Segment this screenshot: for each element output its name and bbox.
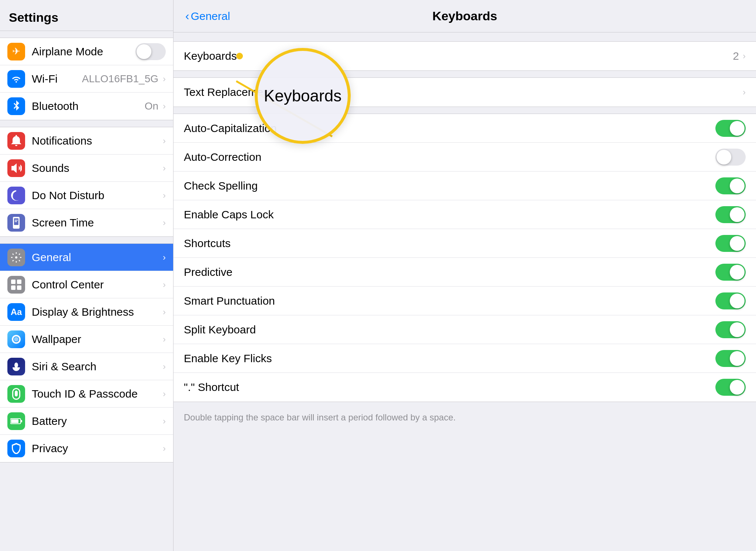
predictive-toggle[interactable] bbox=[715, 264, 746, 281]
main-header: ‹ General Keyboards bbox=[173, 0, 756, 32]
sidebar-item-display-brightness[interactable]: Aa Display & Brightness › bbox=[0, 298, 173, 326]
text-replacement-label: Text Replacement bbox=[184, 86, 743, 98]
sidebar-item-battery[interactable]: Battery › bbox=[0, 408, 173, 435]
auto-correction-row[interactable]: Auto-Correction bbox=[173, 143, 756, 171]
notifications-icon bbox=[7, 132, 25, 150]
enable-key-flicks-toggle[interactable] bbox=[715, 350, 746, 367]
toggle-settings-group: Auto-Capitalization Auto-Correction Chec… bbox=[173, 114, 756, 402]
back-chevron-icon: ‹ bbox=[185, 9, 189, 23]
sidebar-item-wifi[interactable]: Wi-Fi ALLO16FB1_5G › bbox=[0, 65, 173, 93]
svg-point-4 bbox=[15, 256, 17, 259]
split-keyboard-label: Split Keyboard bbox=[184, 323, 715, 336]
sidebar-item-label: Privacy bbox=[32, 442, 161, 455]
sidebar-item-label: Screen Time bbox=[32, 216, 161, 229]
shortcuts-row[interactable]: Shortcuts bbox=[173, 229, 756, 258]
sidebar-group-system: Notifications › Sounds › Do Not Disturb … bbox=[0, 127, 173, 237]
chevron-right-icon: › bbox=[743, 51, 746, 61]
enable-key-flicks-label: Enable Key Flicks bbox=[184, 352, 715, 365]
sidebar-item-label: General bbox=[32, 251, 161, 264]
sidebar-item-sounds[interactable]: Sounds › bbox=[0, 155, 173, 182]
check-spelling-row[interactable]: Check Spelling bbox=[173, 171, 756, 200]
check-spelling-label: Check Spelling bbox=[184, 180, 715, 192]
chevron-right-icon: › bbox=[163, 136, 166, 146]
svg-rect-5 bbox=[11, 280, 16, 284]
sidebar-item-control-center[interactable]: Control Center › bbox=[0, 271, 173, 298]
sidebar-item-wallpaper[interactable]: Wallpaper › bbox=[0, 326, 173, 353]
svg-rect-8 bbox=[17, 285, 21, 290]
dnd-icon bbox=[7, 187, 25, 204]
shortcuts-label: Shortcuts bbox=[184, 237, 715, 250]
sidebar-item-bluetooth[interactable]: Bluetooth On › bbox=[0, 93, 173, 120]
sidebar-item-label: Bluetooth bbox=[32, 100, 145, 112]
keyboards-count: 2 bbox=[733, 50, 739, 62]
chevron-right-icon: › bbox=[163, 190, 166, 201]
sidebar-item-label: Touch ID & Passcode bbox=[32, 388, 161, 400]
sidebar-item-siri[interactable]: Siri & Search › bbox=[0, 353, 173, 380]
chevron-right-icon: › bbox=[163, 307, 166, 317]
sidebar-item-label: Control Center bbox=[32, 278, 161, 291]
sidebar-group-general: General › Control Center › Aa Display & … bbox=[0, 243, 173, 462]
period-shortcut-toggle[interactable] bbox=[715, 379, 746, 396]
auto-capitalization-label: Auto-Capitalization bbox=[184, 122, 715, 135]
svg-rect-6 bbox=[17, 280, 21, 284]
svg-rect-7 bbox=[11, 285, 16, 290]
chevron-right-icon: › bbox=[743, 87, 746, 97]
period-shortcut-row[interactable]: "." Shortcut bbox=[173, 373, 756, 402]
sidebar-item-touch-id[interactable]: Touch ID & Passcode › bbox=[0, 380, 173, 408]
sidebar-item-label: Siri & Search bbox=[32, 360, 161, 373]
airplane-icon: ✈ bbox=[7, 43, 25, 60]
chevron-right-icon: › bbox=[163, 334, 166, 344]
predictive-row[interactable]: Predictive bbox=[173, 258, 756, 287]
general-icon bbox=[7, 249, 25, 266]
auto-correction-label: Auto-Correction bbox=[184, 151, 715, 163]
chevron-right-icon: › bbox=[163, 416, 166, 426]
text-replacement-row[interactable]: Text Replacement › bbox=[173, 78, 756, 107]
chevron-right-icon: › bbox=[163, 361, 166, 372]
enable-caps-lock-row[interactable]: Enable Caps Lock bbox=[173, 200, 756, 229]
svg-rect-11 bbox=[11, 419, 18, 423]
back-button[interactable]: ‹ General bbox=[185, 9, 230, 23]
sidebar-item-label: Wi-Fi bbox=[32, 73, 82, 85]
sidebar-item-notifications[interactable]: Notifications › bbox=[0, 127, 173, 155]
keyboards-row[interactable]: Keyboards 2 › bbox=[173, 42, 756, 70]
sidebar-item-airplane-mode[interactable]: ✈ Airplane Mode bbox=[0, 38, 173, 65]
sounds-icon bbox=[7, 159, 25, 177]
smart-punctuation-row[interactable]: Smart Punctuation bbox=[173, 287, 756, 315]
siri-icon bbox=[7, 358, 25, 375]
screen-time-icon bbox=[7, 214, 25, 232]
auto-capitalization-toggle[interactable] bbox=[715, 120, 746, 137]
sidebar-title: Settings bbox=[0, 0, 173, 31]
sidebar-item-dnd[interactable]: Do Not Disturb › bbox=[0, 182, 173, 209]
smart-punctuation-toggle[interactable] bbox=[715, 292, 746, 309]
sidebar-item-general[interactable]: General › bbox=[0, 244, 173, 271]
airplane-mode-toggle[interactable] bbox=[135, 43, 166, 60]
sidebar-item-label: Do Not Disturb bbox=[32, 189, 161, 202]
auto-capitalization-row[interactable]: Auto-Capitalization bbox=[173, 114, 756, 143]
enable-key-flicks-row[interactable]: Enable Key Flicks bbox=[173, 344, 756, 373]
chevron-right-icon: › bbox=[163, 218, 166, 228]
chevron-right-icon: › bbox=[163, 280, 166, 290]
sidebar-item-privacy[interactable]: Privacy › bbox=[0, 435, 173, 462]
split-keyboard-row[interactable]: Split Keyboard bbox=[173, 315, 756, 344]
touch-id-icon bbox=[7, 385, 25, 403]
chevron-right-icon: › bbox=[163, 389, 166, 399]
privacy-icon bbox=[7, 440, 25, 457]
chevron-right-icon: › bbox=[163, 443, 166, 454]
auto-correction-toggle[interactable] bbox=[715, 149, 746, 166]
chevron-right-icon: › bbox=[163, 163, 166, 173]
chevron-right-icon: › bbox=[163, 101, 166, 111]
predictive-label: Predictive bbox=[184, 266, 715, 278]
enable-caps-lock-toggle[interactable] bbox=[715, 206, 746, 223]
split-keyboard-toggle[interactable] bbox=[715, 321, 746, 338]
shortcuts-toggle[interactable] bbox=[715, 235, 746, 252]
svg-rect-2 bbox=[15, 220, 18, 221]
sidebar-item-label: Battery bbox=[32, 415, 161, 427]
check-spelling-toggle[interactable] bbox=[715, 177, 746, 194]
period-shortcut-hint: Double tapping the space bar will insert… bbox=[173, 409, 756, 428]
sidebar-item-label: Airplane Mode bbox=[32, 45, 135, 58]
wifi-value: ALLO16FB1_5G bbox=[82, 73, 158, 85]
svg-point-9 bbox=[14, 363, 18, 368]
sidebar: Settings ✈ Airplane Mode Wi-Fi ALLO16FB1… bbox=[0, 0, 173, 551]
sidebar-item-screen-time[interactable]: Screen Time › bbox=[0, 209, 173, 236]
keyboards-group: Keyboards 2 › bbox=[173, 41, 756, 71]
